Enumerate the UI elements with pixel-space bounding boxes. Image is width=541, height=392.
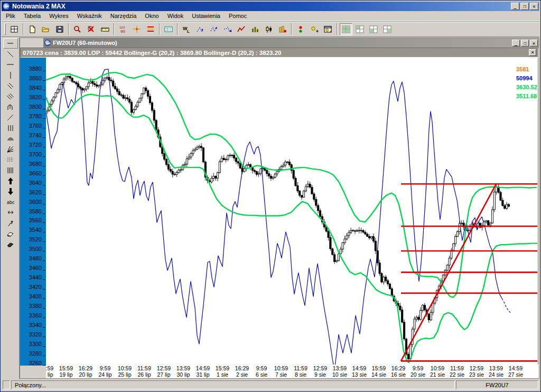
zoom-button[interactable] [71,23,84,35]
volume-chart-button[interactable] [276,23,289,35]
horizontal-line-tool-button[interactable] [3,59,18,70]
dashed-arrow-3-button[interactable] [221,23,234,35]
segment-line-tool-button[interactable] [3,38,18,49]
menu-item-pomoc[interactable]: Pomoc [225,12,251,20]
bars-chart-icon [250,25,260,34]
price-tick-label: 3740 [29,132,42,138]
menu-item-plik[interactable]: Plik [2,12,20,20]
dots-red-green-button[interactable] [294,23,307,35]
eraser-icon [6,229,15,238]
menu-item-tabela[interactable]: Tabela [20,12,45,20]
chart-plot-area[interactable]: 3581509943630.523511.68 [46,58,537,366]
price-tick-mark [43,308,45,309]
eraser-tool-button[interactable] [3,228,18,239]
close-button[interactable]: ✕ [530,3,538,10]
panel-settings-icon [164,25,173,34]
time-tick-label: 14:5927 sie [503,365,528,378]
chart-minimize-button[interactable]: _ [512,40,520,46]
indicator-values: 070723 cena : 3839.00 LOP : 59442 Bollin… [23,50,529,56]
fan-lines-tool-button[interactable] [3,91,18,101]
menu-item-widok[interactable]: Widok [163,12,188,20]
ruler-button[interactable] [99,23,111,35]
dashed-arrow-1-button[interactable] [194,23,207,35]
infobar-close-icon[interactable]: ✕ [529,49,536,56]
layout-bl-button[interactable] [367,23,380,35]
small-arrow-tool-button[interactable] [3,218,18,228]
ruler-icon [100,25,110,34]
save-button[interactable] [53,23,66,35]
menu-item-narzdzia[interactable]: Narzędzia [106,12,141,20]
layout-br-icon [383,25,392,34]
dashed-arrow-3-icon [223,25,232,34]
menu-item-wykres[interactable]: Wykres [45,12,73,20]
color-lines-button[interactable] [144,23,157,35]
arcs-tool-button[interactable] [3,133,18,144]
price-tick-label: 3880 [29,66,42,72]
minimize-button[interactable]: _ [511,3,519,10]
chart-close-button[interactable]: ✕ [530,40,538,46]
menu-item-okno[interactable]: Okno [141,12,163,20]
toolbar-separator [23,23,24,35]
price-tick-mark [43,80,45,81]
diagonal-up-line-tool-button[interactable] [3,112,18,123]
eraser-filled-icon [6,240,15,249]
price-tick-mark [43,327,45,328]
dot-plus-icon [310,25,319,34]
arrow-down-tool-button[interactable] [3,186,18,197]
crosshair-button[interactable] [130,23,143,35]
text-abc-tool-button[interactable]: abc [3,197,18,207]
menu-item-wskanik[interactable]: Wskaźnik [73,12,106,20]
vertical-line-icon [6,71,15,80]
vertical-line-tool-button[interactable] [3,70,18,80]
toolbar-grip[interactable] [4,23,6,35]
dashed-arrow-2-button[interactable] [208,23,220,35]
new-file-button[interactable] [26,23,39,35]
bar-grid-tool-button[interactable] [3,165,18,175]
chart-window-title-bar[interactable]: FW20U7 (60-minutowo) _ ❐ ✕ [43,38,539,48]
grid-window-button[interactable] [8,23,21,35]
layout-tl-button[interactable] [353,23,366,35]
price-tick-mark [43,137,45,138]
chart-window: FW20U7 (60-minutowo) _ ❐ ✕ 070723 cena :… [20,38,539,379]
connection-status: Połączony... [11,380,455,389]
zoom-delete-icon [87,25,96,34]
parallel-lines-tool-button[interactable] [3,80,18,91]
drawing-toolbar: abc [2,38,20,379]
eraser-filled-tool-button[interactable] [3,239,18,249]
last-value-label: 3581 [516,66,529,72]
restore-button[interactable]: ❐ [520,3,529,10]
window-dot-button[interactable] [322,23,334,35]
dashed-grid-tool-button[interactable] [3,154,18,165]
wl-letters-button[interactable]: WL [180,23,193,35]
layout-all-icon [341,25,351,34]
arrow-leftright-tool-button[interactable] [3,207,18,218]
status-grip [3,380,10,389]
digits-90-button[interactable]: 12390 [117,23,129,35]
layout-all-button[interactable] [340,23,352,35]
toolbar-separator [291,23,292,35]
zoom-delete-button[interactable] [85,23,98,35]
window-title: Notowania 2 MAX [12,3,510,10]
diagonal-down-line-tool-button[interactable] [3,49,18,59]
digits-90-icon: 12390 [118,25,128,34]
bars-chart-button[interactable] [249,23,262,35]
candles-chart-button[interactable] [263,23,275,35]
price-tick-label: 3660 [29,170,42,176]
dot-plus-button[interactable] [308,23,321,35]
layout-br-button[interactable] [381,23,394,35]
arrow-up-tool-button[interactable] [3,175,18,186]
open-folder-button[interactable] [40,23,52,35]
menu-item-ustawienia[interactable]: Ustawienia [188,12,225,20]
dots-red-green-icon [296,25,305,34]
panel-settings-button[interactable] [162,23,175,35]
price-tick-mark [43,213,45,214]
vertical-lines-tool-button[interactable] [3,123,18,133]
pitchfork-tool-button[interactable] [3,101,18,112]
chart-restore-button[interactable]: ❐ [521,40,529,46]
gann-fan-tool-button[interactable] [3,144,18,154]
zigzag-line-button[interactable] [235,23,248,35]
zigzag-line-icon [237,25,246,34]
bar-grid-icon [6,166,15,175]
arrow-leftright-icon [6,208,15,217]
indicator-info-bar: 070723 cena : 3839.00 LOP : 59442 Bollin… [20,48,539,58]
